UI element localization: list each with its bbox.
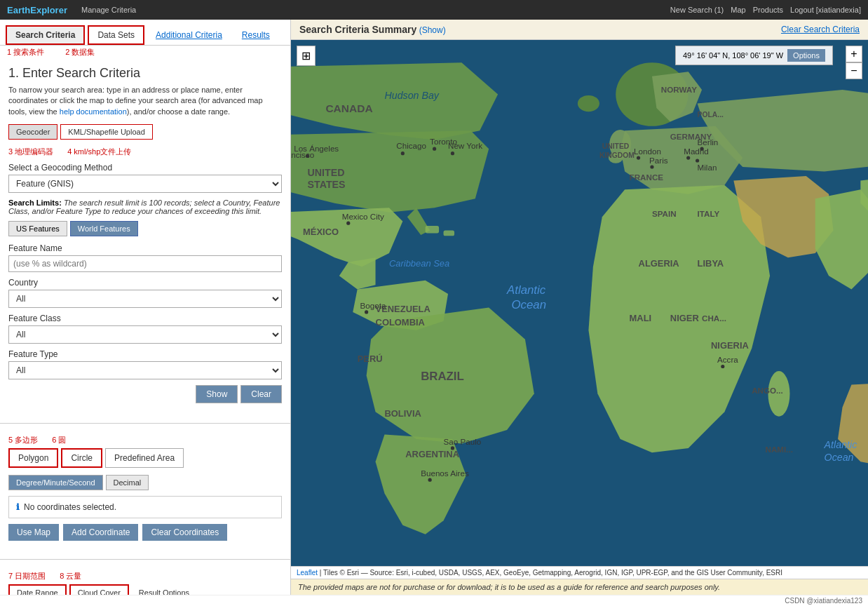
svg-text:ANGO...: ANGO... [752, 386, 783, 395]
feature-type-select[interactable]: All [8, 361, 282, 379]
no-coords-box: ℹ No coordinates selected. [8, 496, 282, 518]
clear-search-criteria[interactable]: Clear Search Criteria [781, 25, 860, 34]
country-label: Country [8, 278, 282, 288]
area-section: 5 多边形 6 圆 Polygon Circle Predefined Area… [0, 429, 290, 553]
nav-manage-criteria[interactable]: Manage Criteria [81, 6, 136, 14]
circle-button[interactable]: Circle [61, 448, 102, 468]
nav-logout[interactable]: Logout [xiatiandexia] [790, 6, 861, 14]
annotation-row-1: 1 搜索条件 2 数据集 [0, 46, 290, 59]
decimal-button[interactable]: Decimal [106, 475, 149, 490]
map-header: Search Criteria Summary (Show) Clear Sea… [291, 20, 868, 40]
svg-point-38 [365, 310, 368, 314]
tab-additional-criteria[interactable]: Additional Criteria [147, 25, 231, 45]
use-map-button[interactable]: Use Map [8, 524, 59, 541]
result-options-tab[interactable]: Result Options [132, 584, 196, 595]
us-features-button[interactable]: US Features [8, 221, 67, 236]
csdn-watermark: CSDN @xiatiandexia123 [0, 595, 868, 606]
show-button[interactable]: Show [196, 385, 238, 403]
date-range-tab[interactable]: Date Range [8, 584, 67, 595]
svg-text:ITALY: ITALY [698, 209, 720, 218]
nav-products[interactable]: Products [753, 6, 783, 14]
svg-text:NORWAY: NORWAY [661, 85, 697, 94]
svg-text:Los Ángeles: Los Ángeles [294, 144, 339, 153]
zoom-controls: + − [846, 46, 862, 79]
dms-button[interactable]: Degree/Minute/Second [8, 475, 103, 490]
svg-text:Hudson Bay: Hudson Bay [384, 90, 439, 101]
svg-text:LIBYA: LIBYA [698, 258, 724, 269]
svg-point-56 [721, 365, 724, 368]
map-options-button[interactable]: Options [787, 49, 825, 62]
search-limits: Search Limits: The search result limit i… [8, 198, 282, 215]
right-panel: Search Criteria Summary (Show) Clear Sea… [291, 20, 868, 595]
coord-display: 49° 16' 04" N, 108° 06' 19" W Options [675, 46, 833, 65]
svg-text:NAMI...: NAMI... [766, 445, 793, 454]
nav-map[interactable]: Map [731, 6, 745, 14]
geocoder-method-select[interactable]: Feature (GNIS) [8, 175, 282, 193]
tab-search-criteria[interactable]: Search Criteria [6, 25, 85, 45]
country-select[interactable]: All [8, 290, 282, 308]
ann1: 1 搜索条件 [7, 47, 44, 58]
svg-text:KINGDOM: KINGDOM [599, 152, 635, 159]
kml-upload-tab[interactable]: KML/Shapefile Upload [60, 124, 152, 140]
map-show-link[interactable]: (Show) [419, 25, 446, 35]
geocoder-method-label: Select a Geocoding Method [8, 163, 282, 173]
zoom-in-button[interactable]: + [846, 46, 862, 62]
clear-coordinates-button[interactable]: Clear Coordinates [142, 524, 227, 541]
date-sub-tabs: Date Range Cloud Cover Result Options [8, 584, 282, 595]
search-limits-prefix: Search Limits: [8, 198, 62, 207]
svg-text:NIGER: NIGER [670, 313, 700, 323]
predefined-area-button[interactable]: Predefined Area [105, 448, 184, 468]
map-footer: Leaflet | Tiles © Esri — Source: Esri, i… [291, 566, 868, 579]
svg-text:Accra: Accra [717, 355, 738, 364]
zoom-out-button[interactable]: − [846, 62, 862, 79]
help-link[interactable]: help documentation [60, 107, 127, 116]
svg-text:Sao Paulo: Sao Paulo [444, 437, 482, 446]
tab-results[interactable]: Results [233, 25, 278, 45]
layers-icon: ⊞ [301, 50, 311, 62]
clear-button[interactable]: Clear [240, 385, 282, 403]
svg-point-36 [428, 478, 432, 482]
polygon-button[interactable]: Polygon [8, 448, 58, 468]
svg-rect-5 [426, 226, 439, 233]
layers-button[interactable]: ⊞ [297, 46, 316, 66]
svg-text:Madrid: Madrid [684, 147, 709, 156]
svg-text:BOLIVIA: BOLIVIA [384, 408, 421, 419]
cloud-cover-tab[interactable]: Cloud Cover [69, 584, 129, 595]
ann8: 8 云量 [60, 571, 81, 581]
feature-buttons: US Features World Features [8, 221, 282, 236]
svg-point-44 [686, 156, 690, 160]
svg-rect-6 [444, 231, 455, 236]
svg-text:London: London [634, 147, 661, 156]
feature-class-select[interactable]: All [8, 325, 282, 344]
svg-point-26 [401, 152, 405, 155]
map-attribution: | Tiles © Esri — Source: Esri, i-cubed, … [320, 569, 782, 577]
svg-point-48 [696, 159, 699, 162]
svg-point-40 [637, 156, 640, 160]
feature-name-input[interactable] [8, 255, 282, 272]
svg-text:Atlantic: Atlantic [824, 439, 857, 450]
geocoder-method-section: Select a Geocoding Method Feature (GNIS) [8, 163, 282, 193]
world-features-button[interactable]: World Features [70, 221, 138, 236]
svg-point-42 [650, 165, 653, 168]
svg-text:Milan: Milan [698, 163, 717, 172]
svg-text:POLA...: POLA... [698, 111, 724, 119]
svg-point-24 [306, 154, 309, 158]
geocoder-subtabs: Geocoder KML/Shapefile Upload [8, 124, 282, 140]
tab-data-sets[interactable]: Data Sets [88, 25, 144, 45]
svg-text:MALI: MALI [630, 313, 652, 323]
nav-new-search[interactable]: New Search (1) [670, 6, 724, 14]
feature-class-section: Feature Class All [8, 314, 282, 344]
left-panel: Search Criteria Data Sets Additional Cri… [0, 20, 291, 595]
svg-text:ALGERIA: ALGERIA [639, 258, 679, 269]
csdn-text: CSDN @xiatiandexia123 [785, 597, 862, 605]
svg-text:CHA...: CHA... [702, 314, 726, 323]
svg-point-2 [578, 95, 599, 112]
leaflet-link[interactable]: Leaflet [297, 569, 318, 577]
coord-format-buttons: Degree/Minute/Second Decimal [8, 475, 282, 490]
add-coordinate-button[interactable]: Add Coordinate [63, 524, 138, 541]
ann7: 7 日期范围 [8, 571, 46, 581]
svg-point-32 [346, 222, 350, 225]
geocoder-tab[interactable]: Geocoder [8, 124, 57, 140]
map-area[interactable]: Hudson Bay CANADA UNITED STATES MÉXICO A… [291, 40, 868, 566]
top-bar: EarthExplorer Manage Criteria New Search… [0, 0, 868, 20]
